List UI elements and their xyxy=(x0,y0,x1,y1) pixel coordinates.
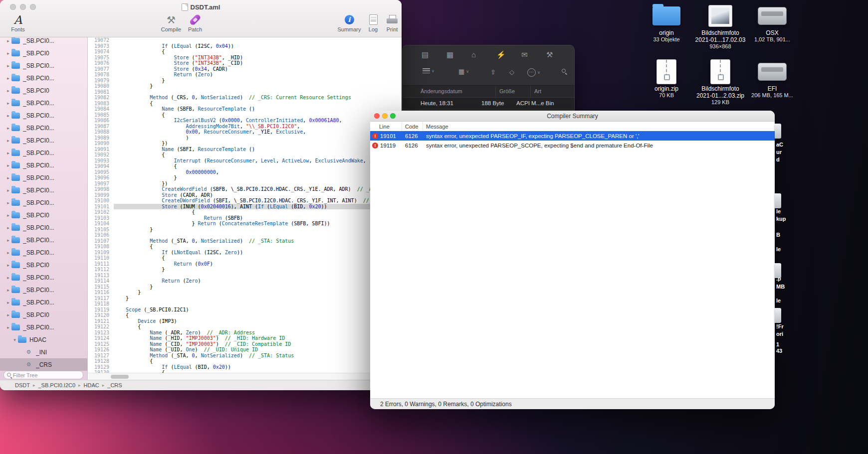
code-text[interactable]: Method (_STA, 0, NotSerialized) // _STA:… xyxy=(114,238,402,244)
compiler-column-header[interactable]: Code xyxy=(402,122,423,132)
code-line[interactable]: 19127 Method (_STA, 0, NotSerialized) //… xyxy=(88,353,402,359)
code-text[interactable]: } Return (ConcatenateResTemplate (SBFB, … xyxy=(114,221,402,227)
chevron-right-icon[interactable]: ▸ xyxy=(5,38,11,43)
share-button[interactable]: ⇧ xyxy=(490,68,496,76)
code-text[interactable]: { xyxy=(114,163,402,169)
code-line[interactable]: 19112 } xyxy=(88,267,402,273)
sidebar-item[interactable]: ▾HDAC xyxy=(0,333,87,346)
sidebar-item[interactable]: ▸_SB.PCI0... xyxy=(0,147,87,159)
code-text[interactable]: { xyxy=(114,49,402,55)
sidebar-item[interactable]: ▸_SB.PCI0... xyxy=(0,37,87,47)
code-line[interactable]: 19082 Method (_CRS, 0, NotSerialized) //… xyxy=(88,95,402,101)
chevron-right-icon[interactable]: ▸ xyxy=(5,225,11,230)
breadcrumb-item[interactable]: HDAC xyxy=(84,382,99,388)
breadcrumb-item[interactable]: _CRS xyxy=(107,382,122,388)
chevron-right-icon[interactable]: ▸ xyxy=(5,238,11,243)
chevron-right-icon[interactable]: ▸ xyxy=(5,175,11,180)
chevron-right-icon[interactable]: ▸ xyxy=(5,101,11,106)
code-text[interactable]: 0x00, ResourceConsumer, _Y1E, Exclusive, xyxy=(114,129,402,135)
code-line[interactable]: 19083 { xyxy=(88,101,402,107)
sidebar-item[interactable]: ▸⚙_CRS xyxy=(0,358,87,371)
code-text[interactable]: ) xyxy=(114,135,402,141)
sidebar-item[interactable]: ▸_SB.PCI0 xyxy=(0,259,87,271)
panel-icon[interactable]: ▤ xyxy=(422,50,429,59)
sidebar-item[interactable]: ▸_SB.PCI0... xyxy=(0,171,87,184)
tools-icon[interactable]: ⚒ xyxy=(546,50,553,59)
error-row[interactable]: !191016126syntax error, unexpected PARSE… xyxy=(370,131,775,141)
code-text[interactable]: AddressingMode7Bit, "\\_SB.PCI0.I2C0", xyxy=(114,124,402,130)
code-text[interactable]: Name (SBFB, ResourceTemplate () xyxy=(114,106,402,112)
chevron-right-icon[interactable]: ▸ xyxy=(5,263,11,268)
sidebar-item[interactable]: ▸_SB.PCI0... xyxy=(0,184,87,196)
code-line[interactable]: 19117 } xyxy=(88,296,402,302)
finder-column-header[interactable]: Art xyxy=(534,88,541,94)
column-divider[interactable] xyxy=(495,86,496,97)
code-text[interactable]: Return (SBFB) xyxy=(114,215,402,221)
code-line[interactable]: 19090 }) xyxy=(88,141,402,147)
code-text[interactable]: { xyxy=(114,312,402,318)
code-line[interactable]: 19093 Interrupt (ResourceConsumer, Level… xyxy=(88,158,402,164)
code-line[interactable]: 19125 Name (_CID, "IMPJ0003") // _CID: C… xyxy=(88,341,402,347)
chevron-right-icon[interactable]: ▸ xyxy=(5,126,11,131)
code-line[interactable]: 19108 { xyxy=(88,244,402,250)
code-text[interactable]: Store ("INT343B", _CID) xyxy=(114,60,402,66)
code-line[interactable]: 19098 CreateWordField (SBFB, \_SB.PCI0.I… xyxy=(88,186,402,192)
print-button[interactable]: Print xyxy=(380,13,402,32)
code-text[interactable]: } xyxy=(114,78,402,84)
code-line[interactable]: 19120 { xyxy=(88,312,402,318)
sidebar-item[interactable]: ▸_SB.PCI0... xyxy=(0,109,87,122)
code-text[interactable]: Store (0x34, CADR) xyxy=(114,66,402,72)
code-line[interactable]: 19072 xyxy=(88,37,402,43)
code-text[interactable] xyxy=(114,37,402,43)
home-icon[interactable]: ⌂ xyxy=(471,50,476,59)
code-line[interactable]: 19104 } Return (ConcatenateResTemplate (… xyxy=(88,221,402,227)
code-line[interactable]: 19103 Return (SBFB) xyxy=(88,215,402,221)
code-text[interactable]: }) xyxy=(114,141,402,147)
breadcrumb-item[interactable]: DSDT xyxy=(15,382,30,388)
code-text[interactable] xyxy=(114,232,402,238)
code-editor[interactable]: 1907219073 If (LEqual (I2SC, 0x04))19074… xyxy=(88,37,402,373)
code-line[interactable]: 19113 xyxy=(88,273,402,279)
code-line[interactable]: 19077 Store (0x34, CADR) xyxy=(88,66,402,72)
maciasl-window[interactable]: DSDT.aml A Fonts ⚒ Compile Patch i Summa… xyxy=(0,0,402,390)
finder-column-header[interactable]: Änderungsdatum xyxy=(421,88,462,94)
code-text[interactable]: }) xyxy=(114,181,402,187)
code-line[interactable]: 19102 { xyxy=(88,209,402,215)
sidebar-item[interactable]: ▸_SB.PCI0... xyxy=(0,159,87,171)
code-line[interactable]: 19116 } xyxy=(88,290,402,296)
mail-icon[interactable]: ✉ xyxy=(521,50,528,59)
code-text[interactable]: Device (IMP3) xyxy=(114,318,402,324)
code-line[interactable]: 19124 Name (_HID, "IMPJ0003") // _HID: H… xyxy=(88,335,402,341)
code-text[interactable]: } xyxy=(114,296,402,302)
chevron-right-icon[interactable]: ▸ xyxy=(5,188,11,193)
code-text[interactable]: Store (INUM (0x02040016), AINT (If (LEqu… xyxy=(114,204,402,210)
chevron-right-icon[interactable]: ▸ xyxy=(5,151,11,155)
code-line[interactable]: 19076 Store ("INT343B", _CID) xyxy=(88,60,402,66)
tags-button[interactable]: ◇ xyxy=(509,68,514,76)
chevron-right-icon[interactable]: ▸ xyxy=(5,312,11,317)
code-line[interactable]: 19100 CreateDWordField (SBFI, \_SB.PCI0.… xyxy=(88,198,402,204)
close-button[interactable] xyxy=(374,113,380,119)
chevron-right-icon[interactable]: ▸ xyxy=(5,288,11,293)
sidebar-item[interactable]: ▸_SB.PCI0... xyxy=(0,271,87,284)
code-text[interactable]: Store ("INT343B", _HID) xyxy=(114,55,402,61)
code-line[interactable]: 19088 0x00, ResourceConsumer, _Y1E, Excl… xyxy=(88,129,402,135)
code-line[interactable]: 19121 Device (IMP3) xyxy=(88,318,402,324)
code-text[interactable]: Interrupt (ResourceConsumer, Level, Acti… xyxy=(114,158,402,164)
code-line[interactable]: 19089 ) xyxy=(88,135,402,141)
code-text[interactable]: Name (SBFI, ResourceTemplate () xyxy=(114,147,402,152)
code-line[interactable]: 19096 } xyxy=(88,175,402,181)
search-button[interactable] xyxy=(561,68,567,74)
code-line[interactable]: 19087 AddressingMode7Bit, "\\_SB.PCI0.I2… xyxy=(88,124,402,130)
code-line[interactable]: 19079 } xyxy=(88,78,402,84)
code-text[interactable]: Name (_HID, "IMPJ0003") // _HID: Hardwar… xyxy=(114,335,402,341)
desktop-icon[interactable]: Bildschirmfoto2021-01...17.02.03936×868 xyxy=(694,4,746,50)
chevron-down-icon[interactable]: ▾ xyxy=(11,337,18,342)
code-text[interactable]: { xyxy=(114,324,402,330)
code-text[interactable]: { xyxy=(114,255,402,261)
column-divider[interactable] xyxy=(530,86,531,97)
chevron-right-icon[interactable]: ▸ xyxy=(5,88,11,93)
code-line[interactable]: 19119 Scope (_SB.PCI0.I2C1) xyxy=(88,307,402,313)
code-line[interactable]: 19084 Name (SBFB, ResourceTemplate () xyxy=(88,106,402,112)
code-line[interactable]: 19115 } xyxy=(88,284,402,290)
